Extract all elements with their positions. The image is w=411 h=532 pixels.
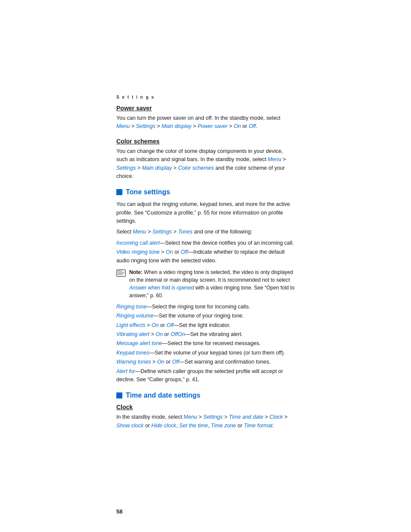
tone-tones-link[interactable]: Tones — [178, 229, 193, 235]
power-saver-menu-link[interactable]: Menu — [116, 123, 130, 129]
power-saver-powersaver-link[interactable]: Power saver — [198, 123, 227, 129]
tone-settings-intro2: Select Menu > Settings > Tones and one o… — [116, 228, 295, 236]
note-label: Note: — [129, 269, 143, 275]
keypad-tones-item: Keypad tones—Set the volume of your keyp… — [116, 349, 295, 357]
time-date-section: Time and date settings Clock In the stan… — [116, 392, 295, 430]
power-saver-body: You can turn the power saver on and off.… — [116, 114, 295, 131]
tone-settings-intro1: You can adjust the ringing volume, keypa… — [116, 200, 295, 225]
vibrating-alert-link[interactable]: Vibrating alert — [116, 331, 149, 337]
light-effects-link[interactable]: Light effects — [116, 322, 145, 328]
color-schemes-settings-link[interactable]: Settings — [116, 165, 136, 171]
color-schemes-colorschemes-link[interactable]: Color schemes — [178, 165, 214, 171]
svg-rect-1 — [118, 271, 122, 271]
clock-timeformat-link[interactable]: Time format — [244, 423, 273, 429]
tone-settings-heading: Tone settings — [116, 188, 295, 196]
clock-settime-link[interactable]: Set the time — [179, 423, 208, 429]
clock-showclock-link[interactable]: Show clock — [116, 423, 143, 429]
message-alert-item: Message alert tone—Select the tone for r… — [116, 339, 295, 348]
clock-section: Clock In the standby mode, select Menu >… — [116, 404, 295, 430]
ringing-tone-item: Ringing tone—Select the ringing tone for… — [116, 303, 295, 311]
warning-tones-link[interactable]: Warning tones — [116, 359, 151, 365]
light-effects-on-link[interactable]: On — [152, 322, 159, 328]
ringing-volume-item: Ringing volume—Set the volume of your ri… — [116, 312, 295, 320]
tone-menu-link[interactable]: Menu — [133, 229, 146, 235]
vibrating-alert-item: Vibrating alert > On or OffOn—Set the vi… — [116, 330, 295, 339]
clock-clock-link[interactable]: Clock — [269, 414, 283, 420]
clock-settings-link[interactable]: Settings — [203, 414, 223, 420]
clock-hideclock-link[interactable]: Hide clock — [151, 423, 176, 429]
warning-tones-on-link[interactable]: On — [157, 359, 165, 365]
clock-timedate-link[interactable]: Time and date — [229, 414, 263, 420]
power-saver-maindisplay-link[interactable]: Main display — [162, 123, 191, 129]
color-schemes-menu-link[interactable]: Menu — [268, 156, 281, 162]
ringing-tone-link[interactable]: Ringing tone — [116, 304, 146, 310]
light-effects-off-link[interactable]: Off — [166, 322, 174, 328]
power-saver-on-link[interactable]: On — [234, 123, 241, 129]
tone-settings-icon — [116, 189, 122, 195]
power-saver-settings-link[interactable]: Settings — [136, 123, 156, 129]
incoming-call-link[interactable]: Incoming call alert — [116, 240, 160, 246]
color-schemes-section: Color schemes You can change the color o… — [116, 138, 295, 181]
svg-rect-3 — [118, 273, 124, 274]
keypad-tones-link[interactable]: Keypad tones — [116, 350, 149, 356]
time-date-icon — [116, 392, 122, 398]
note-text: Note: When a video ringing tone is selec… — [129, 268, 295, 299]
video-ringing-item: Video ringing tone > On or Off—Indicate … — [116, 248, 295, 265]
color-schemes-maindisplay-link[interactable]: Main display — [142, 165, 171, 171]
svg-rect-4 — [118, 274, 123, 275]
note-box: Note: When a video ringing tone is selec… — [116, 268, 295, 299]
ringing-volume-link[interactable]: Ringing volume — [116, 313, 153, 319]
alert-for-link[interactable]: Alert for — [116, 368, 135, 374]
video-ringing-link[interactable]: Video ringing tone — [116, 249, 160, 255]
vibrating-alert-off-link[interactable]: OffOn — [171, 331, 185, 337]
section-label: S e t t i n g s — [116, 95, 295, 100]
video-ringing-on-link[interactable]: On — [166, 249, 173, 255]
color-schemes-body: You can change the color of some display… — [116, 147, 295, 181]
alert-for-item: Alert for—Define which caller groups the… — [116, 367, 295, 384]
clock-timezone-link[interactable]: Time zone — [211, 423, 236, 429]
message-alert-link[interactable]: Message alert tone — [116, 340, 162, 346]
video-ringing-off-link[interactable]: Off — [181, 249, 188, 255]
clock-body: In the standby mode, select Menu > Setti… — [116, 413, 295, 430]
power-saver-off-link[interactable]: Off — [249, 123, 256, 129]
power-saver-section: Power saver You can turn the power saver… — [116, 105, 295, 131]
tone-settings-section: Tone settings You can adjust the ringing… — [116, 188, 295, 384]
page: S e t t i n g s Power saver You can turn… — [0, 0, 411, 532]
time-date-heading: Time and date settings — [116, 392, 295, 399]
content-area: S e t t i n g s Power saver You can turn… — [0, 0, 411, 460]
vibrating-alert-on-link[interactable]: On — [156, 331, 163, 337]
warning-tones-off-link[interactable]: Off — [172, 359, 179, 365]
answer-fold-link[interactable]: Answer when fold is opened — [129, 285, 194, 291]
clock-heading: Clock — [116, 404, 295, 411]
page-number: 58 — [116, 508, 122, 515]
warning-tones-item: Warning tones > On or Off—Set warning an… — [116, 358, 295, 366]
power-saver-text: You can turn the power saver on and off.… — [116, 115, 280, 121]
color-schemes-heading: Color schemes — [116, 138, 295, 145]
svg-rect-2 — [118, 272, 125, 273]
power-saver-heading: Power saver — [116, 105, 295, 112]
clock-menu-link[interactable]: Menu — [184, 414, 197, 420]
tone-settings-link[interactable]: Settings — [153, 229, 172, 235]
note-icon — [116, 269, 126, 277]
incoming-call-item: Incoming call alert—Select how the devic… — [116, 239, 295, 247]
light-effects-item: Light effects > On or Off—Set the light … — [116, 321, 295, 330]
